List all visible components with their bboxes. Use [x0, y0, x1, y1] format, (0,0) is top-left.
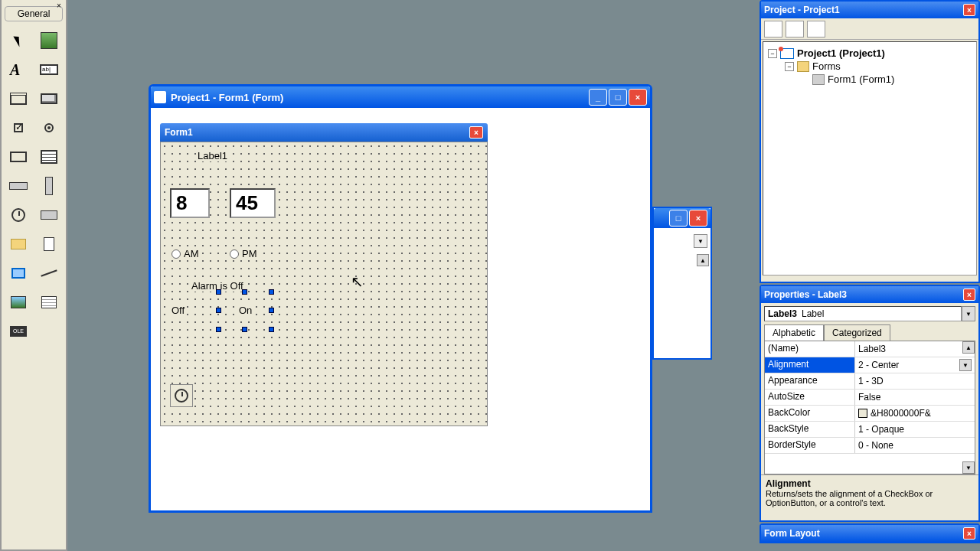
bg-titlebar[interactable]: □ × — [654, 208, 710, 228]
label-tool[interactable]: A — [4, 56, 33, 83]
drivelistbox-icon — [41, 210, 57, 220]
property-name: Alignment — [765, 357, 855, 373]
view-object-button[interactable] — [786, 21, 804, 37]
shape-tool[interactable] — [4, 259, 33, 287]
resize-handle-n[interactable] — [242, 289, 247, 295]
maximize-button[interactable]: □ — [609, 89, 627, 106]
close-button[interactable]: × — [629, 89, 647, 106]
resize-handle-s[interactable] — [242, 327, 247, 332]
project-panel-close[interactable]: × — [963, 4, 975, 16]
shape-icon — [11, 268, 25, 279]
ole-tool[interactable]: OLE — [4, 318, 33, 345]
timer-tool[interactable] — [4, 201, 33, 229]
resize-handle-se[interactable] — [269, 327, 274, 332]
dirlistbox-icon — [11, 239, 26, 249]
property-row[interactable]: BackColor&H8000000F& — [765, 406, 975, 422]
hscrollbar-tool[interactable] — [4, 172, 33, 200]
resize-handle-sw[interactable] — [216, 327, 221, 332]
scroll-down-icon[interactable]: ▼ — [962, 461, 975, 474]
tree-forms-folder[interactable]: − Forms — [768, 60, 972, 73]
property-row[interactable]: AutoSizeFalse — [765, 390, 975, 406]
form-layout-titlebar[interactable]: Form Layout × — [761, 525, 978, 542]
dirlistbox-tool[interactable] — [4, 230, 33, 258]
property-value[interactable]: False — [855, 390, 975, 405]
form-titlebar[interactable]: Form1 × — [160, 123, 488, 142]
project-panel-title: Project - Project1 — [764, 5, 840, 15]
am-radio[interactable]: AM — [172, 248, 199, 259]
selected-control-wrapper[interactable]: On — [219, 292, 271, 329]
property-row[interactable]: Appearance1 - 3D — [765, 373, 975, 390]
scroll-up-icon[interactable]: ▲ — [697, 254, 709, 266]
property-row[interactable]: BorderStyle0 - None — [765, 438, 975, 454]
property-value[interactable]: Label3 — [855, 341, 975, 357]
commandbutton-tool[interactable] — [34, 85, 64, 112]
properties-titlebar[interactable]: Properties - Label3 × — [761, 286, 978, 303]
pointer-icon — [13, 34, 23, 47]
tree-form-item[interactable]: Form1 (Form1) — [768, 73, 972, 86]
minimize-button[interactable]: _ — [589, 89, 607, 106]
data-tool[interactable] — [34, 289, 64, 316]
label1-control[interactable]: Label1 — [198, 150, 227, 161]
property-dropdown-icon[interactable]: ▼ — [959, 359, 972, 371]
bg-maximize-button[interactable]: □ — [669, 210, 688, 227]
property-name: BackColor — [765, 406, 855, 421]
tree-project-root[interactable]: − Project1 (Project1) — [768, 47, 972, 60]
form-close-button[interactable]: × — [469, 126, 483, 139]
properties-grid[interactable]: ▲ ▼ (Name)Label3Alignment2 - Center▼Appe… — [764, 341, 975, 474]
checkbox-tool[interactable] — [4, 114, 33, 142]
property-value[interactable]: 1 - Opaque — [855, 422, 975, 437]
minutes-textbox[interactable]: 45 — [230, 188, 276, 218]
view-code-button[interactable] — [764, 21, 782, 37]
object-dropdown-icon[interactable]: ▼ — [962, 306, 975, 321]
property-description: Alignment Returns/sets the alignment of … — [761, 474, 978, 520]
dropdown-arrow-icon[interactable]: ▼ — [694, 234, 707, 248]
toolbox-close-icon[interactable]: × — [54, 2, 64, 12]
tab-alphabetic[interactable]: Alphabetic — [764, 324, 824, 341]
image-tool[interactable] — [4, 289, 33, 316]
designer-titlebar[interactable]: Project1 - Form1 (Form) _ □ × — [151, 86, 650, 108]
tree-collapse-icon[interactable]: − — [768, 49, 777, 58]
properties-close[interactable]: × — [963, 289, 975, 301]
form-layout-close[interactable]: × — [963, 527, 975, 540]
project-tree[interactable]: − Project1 (Project1) − Forms Form1 (For… — [763, 41, 977, 276]
properties-title: Properties - Label3 — [764, 289, 847, 300]
optionbutton-tool[interactable] — [34, 114, 64, 142]
timer-control[interactable] — [170, 384, 193, 407]
bg-close-button[interactable]: × — [689, 210, 707, 227]
picturebox-tool[interactable] — [34, 27, 64, 54]
on-label[interactable]: On — [239, 305, 252, 316]
listbox-tool[interactable] — [34, 143, 64, 171]
toggle-folders-button[interactable] — [807, 21, 825, 37]
property-value[interactable]: &H8000000F& — [855, 406, 975, 421]
frame-tool[interactable] — [4, 85, 33, 112]
filelistbox-tool[interactable] — [34, 230, 64, 258]
form-canvas[interactable]: Form1 × Label1 8 45 AM PM Alarm is Off O… — [160, 123, 488, 428]
pointer-tool[interactable] — [4, 27, 33, 54]
checkbox-icon — [14, 123, 23, 132]
property-row[interactable]: Alignment2 - Center▼ — [765, 357, 975, 373]
scroll-up-icon[interactable]: ▲ — [962, 341, 975, 354]
resize-handle-nw[interactable] — [216, 289, 221, 295]
tree-collapse-icon[interactable]: − — [785, 62, 794, 71]
pm-radio[interactable]: PM — [230, 248, 257, 259]
project-panel-titlebar[interactable]: Project - Project1 × — [761, 2, 978, 18]
resize-handle-w[interactable] — [216, 308, 221, 313]
drivelistbox-tool[interactable] — [34, 201, 64, 229]
resize-handle-ne[interactable] — [269, 289, 274, 295]
property-row[interactable]: BackStyle1 - Opaque — [765, 422, 975, 438]
line-tool[interactable] — [34, 259, 64, 287]
textbox-tool[interactable]: ab| — [34, 56, 64, 83]
property-value[interactable]: 0 - None — [855, 438, 975, 453]
combobox-tool[interactable] — [4, 143, 33, 171]
resize-handle-e[interactable] — [269, 308, 274, 313]
properties-object-selector[interactable]: Label3 Label ▼ — [764, 306, 975, 321]
timer-icon — [11, 208, 25, 222]
hours-textbox[interactable]: 8 — [170, 188, 210, 218]
off-label[interactable]: Off — [172, 305, 185, 316]
form-body[interactable]: Label1 8 45 AM PM Alarm is Off Off — [160, 142, 488, 426]
property-value[interactable]: 1 - 3D — [855, 373, 975, 389]
property-row[interactable]: (Name)Label3 — [765, 341, 975, 357]
vscrollbar-tool[interactable] — [34, 172, 64, 200]
tab-categorized[interactable]: Categorized — [824, 324, 890, 341]
property-value[interactable]: 2 - Center▼ — [855, 357, 975, 373]
